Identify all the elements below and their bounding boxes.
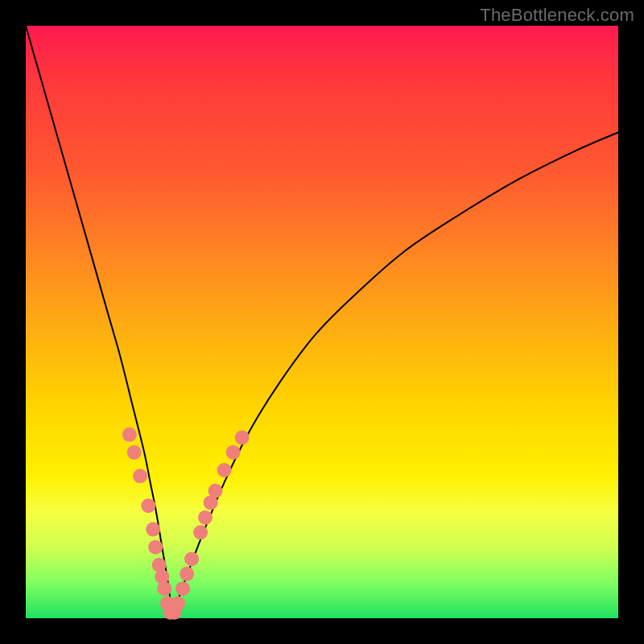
marker-dot — [122, 427, 137, 442]
marker-dot — [127, 445, 142, 460]
marker-dot — [235, 431, 250, 445]
marker-dot — [208, 484, 223, 498]
marker-dot — [146, 522, 160, 537]
curve-right — [173, 132, 618, 618]
marker-dot — [133, 469, 147, 483]
marker-dot — [157, 581, 171, 596]
marker-dot — [226, 445, 241, 460]
marker-dot — [198, 510, 213, 525]
watermark-text: TheBottleneck.com — [480, 5, 634, 26]
marker-dot — [180, 567, 194, 581]
marker-dot — [193, 525, 208, 539]
marker-dot — [141, 498, 155, 513]
marker-dot — [171, 597, 185, 611]
marker-dot — [148, 540, 163, 555]
marker-dot — [217, 463, 232, 477]
marker-dot — [184, 551, 199, 566]
chart-svg — [26, 26, 618, 618]
chart-plot-area — [26, 26, 618, 618]
chart-frame: TheBottleneck.com — [0, 0, 644, 644]
marker-dot — [175, 581, 190, 596]
highlight-markers — [122, 427, 250, 620]
